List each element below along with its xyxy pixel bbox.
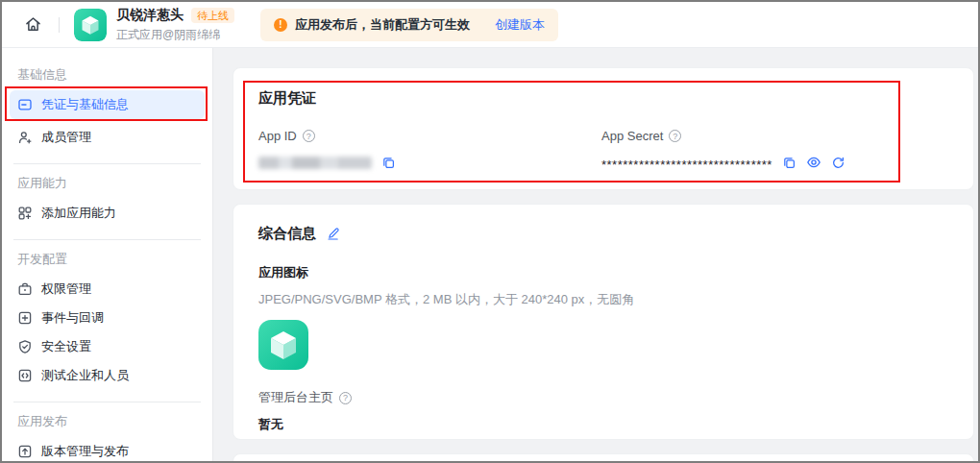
sidebar-item-members[interactable]: 成员管理	[10, 123, 205, 152]
help-icon[interactable]: ?	[339, 392, 352, 404]
publish-notice-banner: ! 应用发布后，当前配置方可生效 创建版本	[260, 9, 558, 41]
copy-icon	[782, 156, 796, 170]
sidebar-item-credentials[interactable]: 凭证与基础信息	[10, 90, 205, 119]
sidebar-item-events[interactable]: 事件与回调	[10, 304, 205, 332]
next-card-partial	[233, 453, 974, 461]
sidebar-item-add-capability[interactable]: 添加应用能力	[10, 199, 205, 228]
app-window: 贝锐洋葱头 待上线 正式应用@阴雨绵绵 ! 应用发布后，当前配置方可生效 创建版…	[0, 0, 980, 463]
app-icon-label: 应用图标	[258, 264, 948, 281]
app-secret-label: App Secret	[601, 129, 663, 143]
app-secret-masked-value: ********************************	[601, 160, 772, 170]
create-version-link[interactable]: 创建版本	[495, 16, 545, 34]
admin-home-label: 管理后台主页	[258, 389, 333, 406]
main-content: 应用凭证 App ID ?	[213, 48, 978, 461]
sidebar-item-label: 权限管理	[41, 280, 91, 298]
app-secret-field: App Secret ? ***************************…	[601, 129, 845, 170]
sidebar-divider	[13, 402, 201, 402]
admin-home-value: 暂无	[258, 416, 948, 433]
reveal-secret-button[interactable]	[806, 155, 821, 170]
app-cube-icon	[74, 9, 107, 41]
topbar-divider	[59, 17, 60, 33]
home-icon	[24, 15, 42, 34]
version-publish-icon	[17, 444, 33, 459]
sidebar-item-test-org[interactable]: 测试企业和人员	[10, 361, 205, 390]
home-button[interactable]	[21, 13, 44, 37]
add-capability-icon	[17, 206, 33, 221]
sidebar-item-label: 添加应用能力	[41, 205, 116, 222]
permission-icon	[17, 281, 33, 297]
warning-icon: !	[274, 18, 287, 32]
copy-app-secret-button[interactable]	[782, 156, 796, 170]
sidebar-item-security[interactable]: 安全设置	[10, 332, 205, 361]
general-info-title: 综合信息	[258, 225, 316, 243]
sidebar-item-label: 版本管理与发布	[41, 443, 129, 460]
sidebar-item-label: 成员管理	[41, 129, 91, 146]
credential-icon	[17, 97, 33, 112]
sidebar-item-label: 测试企业和人员	[41, 367, 129, 384]
sidebar-item-version-publish[interactable]: 版本管理与发布	[10, 437, 205, 463]
test-org-icon	[17, 368, 33, 383]
admin-home-field: 管理后台主页 ?	[258, 389, 948, 406]
top-bar: 贝锐洋葱头 待上线 正式应用@阴雨绵绵 ! 应用发布后，当前配置方可生效 创建版…	[2, 2, 978, 48]
app-id-label: App ID	[258, 129, 297, 143]
edit-info-button[interactable]	[326, 227, 340, 241]
section-header-capabilities: 应用能力	[17, 176, 197, 191]
sidebar-divider	[13, 239, 201, 240]
sidebar-item-label: 凭证与基础信息	[41, 96, 129, 113]
app-avatar	[74, 9, 107, 41]
app-icon-preview	[258, 320, 308, 370]
copy-icon	[381, 156, 396, 170]
sidebar-item-label: 安全设置	[41, 338, 91, 355]
event-callback-icon	[17, 310, 33, 326]
help-icon[interactable]: ?	[669, 130, 681, 142]
app-cube-icon	[258, 320, 308, 370]
app-icon-hint: JPEG/PNG/SVG/BMP 格式，2 MB 以内，大于 240*240 p…	[258, 291, 948, 308]
edit-pencil-icon	[326, 227, 340, 241]
sidebar: 基础信息 凭证与基础信息 成员管理 应用能力	[2, 48, 213, 461]
credentials-card-title: 应用凭证	[258, 89, 316, 108]
section-header-dev-config: 开发配置	[17, 252, 197, 267]
app-identity: 贝锐洋葱头 待上线 正式应用@阴雨绵绵	[116, 7, 234, 43]
app-id-field: App ID ?	[258, 129, 396, 170]
section-header-basic-info: 基础信息	[17, 67, 197, 83]
security-icon	[17, 339, 33, 354]
sidebar-item-permissions[interactable]: 权限管理	[10, 275, 205, 304]
sidebar-divider	[13, 163, 201, 164]
refresh-icon	[831, 156, 845, 170]
status-badge: 待上线	[191, 8, 234, 23]
credentials-card: 应用凭证 App ID ?	[233, 67, 974, 190]
eye-icon	[806, 155, 821, 170]
section-header-publish: 应用发布	[17, 414, 197, 429]
notice-text: 应用发布后，当前配置方可生效	[295, 16, 470, 34]
app-subtitle: 正式应用@阴雨绵绵	[116, 27, 234, 43]
help-icon[interactable]: ?	[303, 130, 315, 142]
regenerate-secret-button[interactable]	[831, 156, 845, 170]
sidebar-item-label: 事件与回调	[41, 309, 104, 327]
member-add-icon	[17, 130, 33, 145]
general-info-card: 综合信息 应用图标 JPEG/PNG/SVG/BMP 格式，2 MB 以内，大于…	[233, 204, 974, 440]
app-name: 贝锐洋葱头	[116, 7, 184, 24]
copy-app-id-button[interactable]	[381, 156, 396, 170]
app-id-value-redacted	[258, 157, 372, 169]
